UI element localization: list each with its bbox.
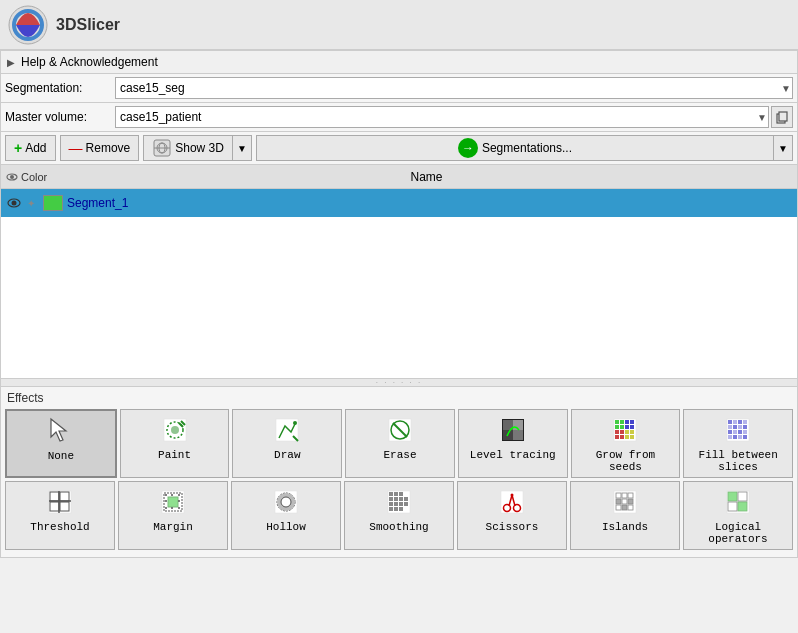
effect-logical-operators-button[interactable]: Logical operators — [683, 481, 793, 550]
svg-rect-86 — [389, 492, 393, 496]
svg-point-79 — [171, 507, 173, 509]
effect-fill-between-slices-button[interactable]: Fill between slices — [683, 409, 793, 478]
segment-star-icon[interactable]: ✦ — [23, 195, 39, 211]
effect-fill-between-slices-label: Fill between slices — [690, 449, 786, 473]
segmentations-dropdown[interactable]: ▼ — [773, 135, 793, 161]
effects-section: Effects None — [1, 387, 797, 557]
segmentation-select-wrapper: case15_seg ▼ — [115, 77, 793, 99]
segment-eye-icon[interactable] — [5, 194, 23, 212]
svg-rect-91 — [399, 497, 403, 501]
effect-grow-from-seeds-button[interactable]: Grow from seeds — [571, 409, 681, 478]
effects-row-2: Threshold — [5, 481, 793, 550]
main-panel: ▶ Help & Acknowledgement Segmentation: c… — [0, 50, 798, 558]
segmentations-label: Segmentations... — [482, 141, 572, 155]
remove-button[interactable]: — Remove — [60, 135, 140, 161]
svg-rect-38 — [615, 430, 619, 434]
svg-rect-37 — [630, 425, 634, 429]
svg-rect-3 — [779, 112, 787, 121]
svg-rect-88 — [399, 492, 403, 496]
svg-point-11 — [12, 201, 17, 206]
svg-rect-96 — [404, 502, 408, 506]
add-button[interactable]: + Add — [5, 135, 56, 161]
effect-paint-button[interactable]: Paint — [120, 409, 230, 478]
effect-none-button[interactable]: None — [5, 409, 117, 478]
effect-smoothing-label: Smoothing — [369, 521, 428, 533]
svg-rect-32 — [625, 420, 629, 424]
effect-level-tracing-button[interactable]: Level tracing — [458, 409, 568, 478]
effect-islands-button[interactable]: Islands — [570, 481, 680, 550]
effect-margin-button[interactable]: Margin — [118, 481, 228, 550]
smoothing-icon — [383, 486, 415, 518]
cursor-icon — [45, 415, 77, 447]
svg-rect-98 — [394, 507, 398, 511]
effect-hollow-button[interactable]: Hollow — [231, 481, 341, 550]
effect-smoothing-button[interactable]: Smoothing — [344, 481, 454, 550]
eye-icon — [6, 197, 22, 209]
svg-rect-114 — [622, 505, 627, 510]
effect-none-label: None — [48, 450, 74, 462]
segment-name: Segment_1 — [67, 196, 793, 210]
show3d-dropdown[interactable]: ▼ — [232, 135, 252, 161]
svg-point-15 — [171, 426, 179, 434]
effect-scissors-label: Scissors — [486, 521, 539, 533]
segment-color-swatch[interactable] — [43, 195, 63, 211]
master-volume-label: Master volume: — [5, 110, 115, 124]
svg-rect-95 — [399, 502, 403, 506]
svg-rect-58 — [743, 430, 747, 434]
svg-point-9 — [10, 175, 14, 179]
svg-rect-52 — [733, 425, 737, 429]
svg-rect-42 — [615, 435, 619, 439]
table-header-icons: Color — [5, 170, 60, 184]
svg-rect-117 — [728, 492, 737, 501]
svg-marker-12 — [51, 419, 66, 441]
effect-paint-label: Paint — [158, 449, 191, 461]
show3d-button[interactable]: Show 3D — [143, 135, 232, 161]
svg-rect-50 — [743, 420, 747, 424]
help-arrow-icon: ▶ — [7, 57, 15, 68]
grow-from-seeds-icon — [609, 414, 641, 446]
show3d-wrapper: Show 3D ▼ — [143, 135, 252, 161]
name-header: Name — [60, 170, 793, 184]
svg-rect-35 — [620, 425, 624, 429]
svg-rect-62 — [743, 435, 747, 439]
master-volume-select[interactable]: case15_patient — [115, 106, 769, 128]
copy-icon — [775, 110, 789, 124]
svg-rect-48 — [733, 420, 737, 424]
effect-threshold-button[interactable]: Threshold — [5, 481, 115, 550]
table-row[interactable]: ✦ Segment_1 — [1, 189, 797, 217]
effect-scissors-button[interactable]: Scissors — [457, 481, 567, 550]
svg-rect-34 — [615, 425, 619, 429]
svg-rect-40 — [625, 430, 629, 434]
effect-erase-button[interactable]: Erase — [345, 409, 455, 478]
add-icon: + — [14, 140, 22, 156]
svg-rect-31 — [620, 420, 624, 424]
svg-rect-47 — [728, 420, 732, 424]
scissors-icon — [496, 486, 528, 518]
add-label: Add — [25, 141, 46, 155]
effect-hollow-label: Hollow — [266, 521, 306, 533]
svg-rect-28 — [513, 430, 523, 440]
svg-rect-39 — [620, 430, 624, 434]
effect-draw-button[interactable]: Draw — [232, 409, 342, 478]
effect-erase-label: Erase — [384, 449, 417, 461]
svg-point-78 — [165, 507, 167, 509]
margin-icon — [157, 486, 189, 518]
svg-point-73 — [165, 494, 167, 496]
paint-icon — [159, 414, 191, 446]
show3d-label: Show 3D — [175, 141, 224, 155]
svg-rect-56 — [733, 430, 737, 434]
svg-rect-112 — [628, 499, 633, 504]
svg-point-76 — [165, 500, 167, 502]
resize-handle[interactable]: · · · · · · — [1, 379, 797, 387]
segmentations-icon: → — [458, 138, 478, 158]
svg-rect-72 — [168, 497, 178, 507]
copy-button[interactable] — [771, 106, 793, 128]
resize-dots-icon: · · · · · · — [376, 378, 422, 387]
segmentation-select[interactable]: case15_seg — [115, 77, 793, 99]
svg-rect-90 — [394, 497, 398, 501]
svg-rect-49 — [738, 420, 742, 424]
help-row[interactable]: ▶ Help & Acknowledgement — [1, 51, 797, 74]
segmentations-button[interactable]: → Segmentations... — [256, 135, 773, 161]
hollow-icon — [270, 486, 302, 518]
svg-point-74 — [171, 494, 173, 496]
